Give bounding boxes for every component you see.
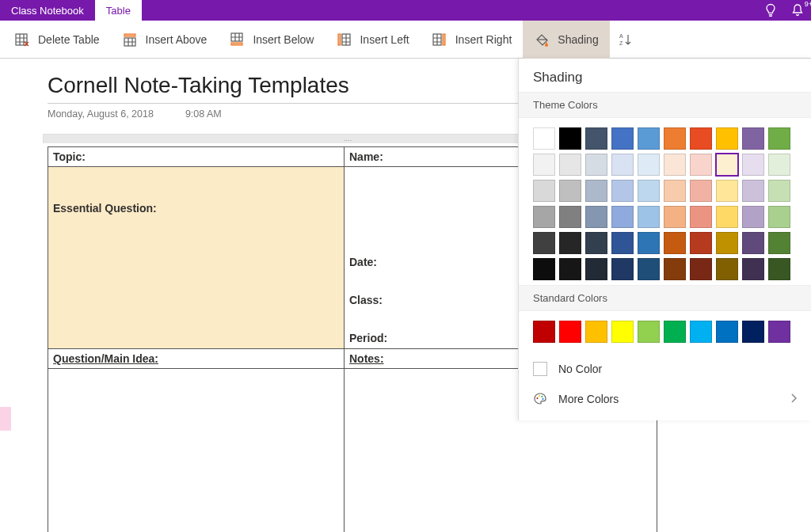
color-swatch[interactable] (690, 127, 712, 150)
color-swatch[interactable] (690, 232, 712, 254)
color-swatch[interactable] (533, 232, 555, 254)
no-color-option[interactable]: No Color (519, 354, 811, 384)
color-swatch[interactable] (585, 258, 607, 280)
color-swatch[interactable] (585, 180, 607, 202)
bell-icon[interactable]: 9+ (784, 0, 811, 21)
color-swatch[interactable] (585, 127, 607, 150)
color-swatch[interactable] (742, 127, 764, 150)
insert-right-button[interactable]: Insert Right (421, 21, 524, 59)
insert-above-label: Insert Above (146, 33, 208, 46)
color-swatch[interactable] (611, 180, 634, 202)
color-swatch[interactable] (768, 180, 790, 202)
color-swatch[interactable] (768, 258, 790, 280)
cell-topic[interactable]: Topic: (48, 147, 345, 167)
cell-qmi-body[interactable] (48, 369, 345, 533)
color-swatch[interactable] (611, 154, 634, 176)
color-swatch[interactable] (533, 321, 555, 343)
notification-badge: 9+ (805, 0, 811, 8)
color-swatch[interactable] (533, 180, 555, 202)
no-color-swatch-icon (533, 362, 547, 376)
color-swatch[interactable] (611, 321, 634, 343)
color-swatch[interactable] (742, 180, 764, 202)
color-swatch[interactable] (638, 232, 660, 254)
color-swatch[interactable] (742, 232, 764, 254)
color-swatch[interactable] (716, 127, 738, 150)
color-swatch[interactable] (611, 258, 634, 280)
color-swatch[interactable] (533, 127, 555, 150)
color-swatch[interactable] (716, 321, 738, 343)
color-swatch[interactable] (716, 154, 738, 176)
color-swatch[interactable] (533, 154, 555, 176)
standard-colors-heading: Standard Colors (519, 285, 811, 311)
color-swatch[interactable] (716, 232, 738, 254)
shading-button[interactable]: Shading (523, 21, 609, 59)
color-swatch[interactable] (638, 258, 660, 280)
color-swatch[interactable] (585, 154, 607, 176)
color-swatch[interactable] (638, 206, 660, 228)
color-swatch[interactable] (585, 321, 607, 343)
color-swatch[interactable] (664, 154, 686, 176)
color-swatch[interactable] (611, 127, 634, 150)
color-swatch[interactable] (585, 232, 607, 254)
color-swatch[interactable] (690, 258, 712, 280)
page-date: Monday, August 6, 2018 (48, 108, 154, 120)
color-swatch[interactable] (559, 154, 581, 176)
color-swatch[interactable] (690, 321, 712, 343)
color-swatch[interactable] (690, 180, 712, 202)
color-swatch[interactable] (664, 206, 686, 228)
color-swatch[interactable] (768, 127, 790, 150)
color-swatch[interactable] (664, 321, 686, 343)
color-swatch[interactable] (664, 127, 686, 150)
color-swatch[interactable] (742, 206, 764, 228)
color-swatch[interactable] (742, 258, 764, 280)
color-swatch[interactable] (559, 127, 581, 150)
color-swatch[interactable] (716, 180, 738, 202)
standard-color-grid (519, 311, 811, 354)
color-swatch[interactable] (559, 206, 581, 228)
color-swatch[interactable] (690, 206, 712, 228)
delete-table-button[interactable]: Delete Table (3, 21, 111, 59)
more-colors-option[interactable]: More Colors (519, 384, 811, 414)
color-swatch[interactable] (559, 232, 581, 254)
color-swatch[interactable] (559, 321, 581, 343)
color-swatch[interactable] (638, 321, 660, 343)
color-swatch[interactable] (533, 258, 555, 280)
color-swatch[interactable] (742, 321, 764, 343)
notes-label: Notes: (349, 352, 384, 365)
color-swatch[interactable] (585, 206, 607, 228)
color-swatch[interactable] (716, 206, 738, 228)
color-swatch[interactable] (690, 154, 712, 176)
insert-below-icon (229, 32, 245, 48)
color-swatch[interactable] (768, 154, 790, 176)
shading-panel-title: Shading (519, 59, 811, 92)
insert-left-button[interactable]: Insert Left (325, 21, 420, 59)
cell-question-main-idea[interactable]: Question/Main Idea: (48, 349, 345, 369)
sort-button[interactable]: A Z (610, 21, 642, 59)
color-swatch[interactable] (638, 180, 660, 202)
color-swatch[interactable] (559, 258, 581, 280)
color-swatch[interactable] (664, 180, 686, 202)
insert-below-button[interactable]: Insert Below (218, 21, 325, 59)
essential-question-label: Essential Question: (53, 202, 157, 215)
color-swatch[interactable] (768, 206, 790, 228)
color-swatch[interactable] (768, 321, 790, 343)
sort-az-icon: A Z (618, 32, 634, 48)
color-swatch[interactable] (664, 232, 686, 254)
color-swatch[interactable] (716, 258, 738, 280)
color-swatch[interactable] (611, 206, 634, 228)
color-swatch[interactable] (768, 232, 790, 254)
tab-table[interactable]: Table (95, 0, 142, 21)
lightbulb-icon[interactable] (757, 0, 784, 21)
color-swatch[interactable] (638, 127, 660, 150)
color-swatch[interactable] (611, 232, 634, 254)
color-swatch[interactable] (638, 154, 660, 176)
shading-panel: Shading Theme Colors Standard Colors No … (518, 59, 811, 420)
tab-class-notebook[interactable]: Class Notebook (0, 0, 95, 21)
color-swatch[interactable] (533, 206, 555, 228)
color-swatch[interactable] (742, 154, 764, 176)
cell-essential-question[interactable]: Essential Question: (48, 167, 345, 349)
svg-rect-0 (16, 34, 27, 45)
insert-above-button[interactable]: Insert Above (111, 21, 219, 59)
color-swatch[interactable] (559, 180, 581, 202)
color-swatch[interactable] (664, 258, 686, 280)
